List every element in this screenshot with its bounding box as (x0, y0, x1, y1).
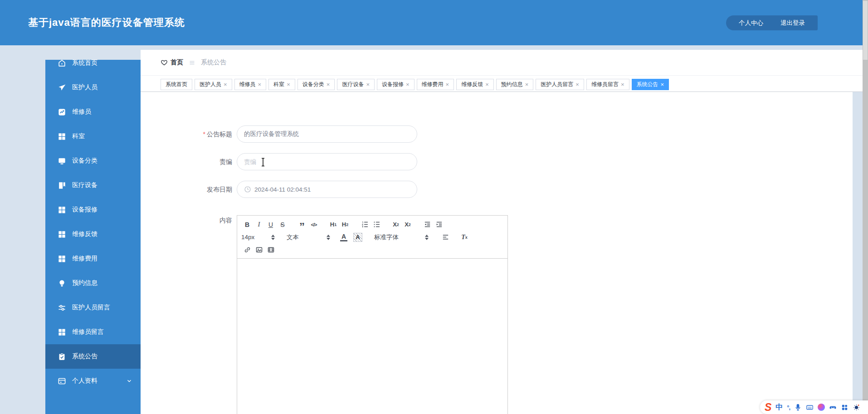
close-icon[interactable]: × (224, 82, 227, 87)
subscript-button[interactable]: X2 (390, 219, 402, 230)
sidebar-item-device-repair[interactable]: 设备报修 (45, 197, 141, 222)
bold-button[interactable]: B (241, 219, 253, 230)
sidebar-item-home[interactable]: 系统首页 (45, 60, 141, 75)
sidebar-item-repairman-message[interactable]: 维修员留言 (45, 320, 141, 344)
logout-button[interactable]: 退出登录 (780, 19, 805, 27)
strikethrough-button[interactable]: S (277, 219, 288, 230)
sidebar-item-staff-message[interactable]: 医护人员留言 (45, 295, 141, 320)
close-icon[interactable]: × (406, 82, 410, 87)
video-icon[interactable] (265, 244, 277, 255)
sidebar-item-device-category[interactable]: 设备分类 (45, 149, 141, 173)
card-icon (58, 377, 66, 385)
tab-repairman[interactable]: 维修员× (234, 79, 267, 90)
skin-icon[interactable] (818, 404, 825, 411)
image-icon[interactable] (253, 244, 265, 255)
breadcrumb: 首页 系统公告 (141, 50, 863, 76)
sidebar-item-medical-staff[interactable]: 医护人员 (45, 75, 141, 100)
clear-format-button[interactable]: Tx (458, 231, 470, 243)
close-icon[interactable]: × (327, 82, 330, 87)
ordered-list-icon[interactable] (359, 219, 371, 230)
breadcrumb-current: 系统公告 (201, 58, 226, 67)
close-icon[interactable]: × (366, 82, 370, 87)
editor-name-field[interactable] (244, 159, 410, 165)
font-size-select[interactable]: 14px (241, 234, 275, 241)
tab-label: 维修员留言 (591, 81, 619, 88)
tab-department[interactable]: 科室× (268, 79, 295, 90)
italic-button[interactable]: I (253, 219, 265, 230)
publish-date-field[interactable] (254, 186, 410, 193)
keyboard-icon[interactable] (806, 404, 814, 411)
bulb-icon (58, 279, 66, 288)
sidebar-item-announcement[interactable]: 系统公告 (45, 344, 141, 369)
tab-device-category[interactable]: 设备分类× (297, 79, 335, 90)
clock-icon (244, 186, 251, 193)
close-icon[interactable]: × (258, 82, 262, 87)
breadcrumb-home[interactable]: 首页 (171, 58, 183, 67)
close-icon[interactable]: × (525, 82, 529, 87)
sidebar-item-label: 维修反馈 (72, 230, 98, 238)
tab-medical-staff[interactable]: 医护人员× (195, 79, 232, 90)
profile-center-button[interactable]: 个人中心 (739, 19, 763, 27)
chinese-mode-icon[interactable]: 中 (775, 403, 783, 412)
heading1-button[interactable]: H1 (327, 219, 339, 230)
sidebar-item-profile[interactable]: 个人资料 (45, 369, 141, 393)
underline-button[interactable]: U (265, 219, 277, 230)
tabs-bar: 系统首页医护人员×维修员×科室×设备分类×医疗设备×设备报修×维修费用×维修反馈… (141, 76, 863, 91)
grid-icon (58, 132, 66, 141)
close-icon[interactable]: × (446, 82, 449, 87)
tab-repair-feedback[interactable]: 维修反馈× (456, 79, 494, 90)
announcement-form-panel: *公告标题 责编 发布日期 内容 B I U S ” </> (141, 92, 853, 414)
code-block-button[interactable]: </> (308, 219, 320, 230)
announcement-title-field[interactable] (244, 131, 410, 138)
tab-device-repair[interactable]: 设备报修× (377, 79, 414, 90)
sidebar-item-department[interactable]: 科室 (45, 124, 141, 149)
scrollbar-thumb[interactable] (863, 1, 868, 60)
home-icon (58, 60, 66, 67)
settings-icon[interactable] (853, 404, 860, 411)
sidebar-item-medical-device[interactable]: 医疗设备 (45, 173, 141, 197)
tab-appointment[interactable]: 预约信息× (496, 79, 534, 90)
gamepad-icon[interactable] (829, 404, 837, 411)
editor-toolbar: B I U S ” </> H1 H2 X2 (237, 216, 507, 259)
close-icon[interactable]: × (575, 82, 579, 87)
editor-content-area[interactable] (237, 259, 507, 414)
tab-repair-cost[interactable]: 维修费用× (417, 79, 454, 90)
tab-medical-device[interactable]: 医疗设备× (337, 79, 375, 90)
heart-icon (161, 59, 168, 66)
sidebar-item-appointment[interactable]: 预约信息 (45, 271, 141, 295)
link-icon[interactable] (241, 244, 253, 255)
font-family-select[interactable]: 标准字体 (374, 233, 429, 241)
close-icon[interactable]: × (485, 82, 489, 87)
tab-repairman-message[interactable]: 维修员留言× (586, 79, 629, 90)
superscript-button[interactable]: X2 (402, 219, 414, 230)
sogou-logo-icon[interactable]: S (765, 402, 771, 413)
tab-announcement[interactable]: 系统公告× (632, 79, 669, 90)
toolbox-icon[interactable] (841, 404, 848, 411)
indent-icon[interactable] (433, 219, 445, 230)
bullet-list-icon[interactable] (371, 219, 382, 230)
sidebar-item-label: 设备报修 (72, 206, 98, 214)
publish-date-input (237, 181, 417, 198)
tab-home[interactable]: 系统首页 (161, 79, 192, 90)
tab-staff-message[interactable]: 医护人员留言× (536, 79, 584, 90)
background-color-button[interactable]: A (353, 233, 362, 242)
sidebar-item-repair-feedback[interactable]: 维修反馈 (45, 222, 141, 246)
microphone-icon[interactable] (794, 404, 802, 411)
heading2-button[interactable]: H2 (339, 219, 351, 230)
sidebar-item-label: 医疗设备 (72, 181, 98, 189)
outdent-icon[interactable] (421, 219, 433, 230)
text-style-select[interactable]: 文本 (287, 233, 330, 241)
punctuation-icon[interactable]: °, (787, 404, 790, 411)
text-color-button[interactable]: A (340, 233, 347, 241)
sidebar-item-repair-cost[interactable]: 维修费用 (45, 246, 141, 271)
align-icon[interactable] (439, 231, 451, 243)
page-scrollbar[interactable] (863, 0, 868, 414)
send-icon (58, 83, 66, 92)
spinner-arrows-icon (327, 235, 330, 240)
blockquote-button[interactable]: ” (296, 219, 308, 230)
close-icon[interactable]: × (621, 82, 624, 87)
close-icon[interactable]: × (287, 82, 290, 87)
close-icon[interactable]: × (661, 82, 664, 87)
sidebar-item-repairman[interactable]: 维修员 (45, 100, 141, 124)
ime-toolbar: S 中 °, (760, 400, 868, 414)
